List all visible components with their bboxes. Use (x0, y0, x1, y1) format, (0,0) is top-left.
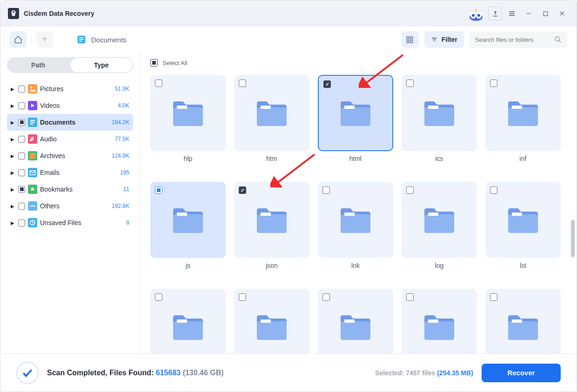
tree-checkbox[interactable] (18, 169, 25, 176)
expand-arrow-icon[interactable]: ▶ (11, 187, 15, 192)
sidebar-item-bookmarks[interactable]: ▶ Bookmarks 11 (7, 181, 133, 198)
recover-button[interactable]: Recover (482, 364, 561, 382)
tree-checkbox[interactable] (18, 119, 25, 126)
expand-arrow-icon[interactable]: ▶ (11, 153, 15, 159)
folder-r15[interactable]: r15 (485, 289, 561, 353)
folder-lst[interactable]: lst (485, 182, 561, 269)
folder-tile[interactable] (485, 289, 561, 353)
svg-rect-47 (261, 213, 271, 216)
folder-checkbox[interactable] (239, 80, 246, 87)
folder-checkbox[interactable] (490, 293, 497, 301)
sidebar-item-documents[interactable]: ▶ Documents 164.2K (7, 114, 133, 131)
folder-checkbox[interactable] (406, 80, 414, 87)
tree-checkbox[interactable] (18, 102, 25, 109)
select-all-checkbox[interactable] (150, 59, 158, 66)
filter-button[interactable]: Filter (424, 31, 464, 48)
svg-point-4 (477, 14, 480, 17)
tree-checkbox[interactable] (18, 153, 25, 159)
close-button[interactable] (555, 7, 569, 20)
folder-ics[interactable]: ics (402, 75, 477, 162)
share-button[interactable] (488, 7, 502, 20)
folder-checkbox[interactable] (490, 186, 497, 194)
tab-path[interactable]: Path (7, 57, 70, 73)
folder-tile[interactable] (318, 289, 393, 353)
minimize-button[interactable] (522, 7, 536, 20)
folder-checkbox[interactable] (323, 80, 331, 88)
menu-button[interactable] (505, 7, 519, 20)
folder-tile[interactable] (234, 182, 309, 258)
svg-rect-22 (28, 84, 37, 93)
search-box[interactable] (470, 31, 567, 48)
sidebar-item-videos[interactable]: ▶ Videos 4.0K (7, 97, 133, 114)
scrollbar[interactable] (571, 220, 575, 257)
folder-r14[interactable]: r14 (402, 289, 477, 353)
svg-rect-48 (344, 213, 355, 216)
sidebar-item-archives[interactable]: ▶ Archives 124.9K (7, 147, 133, 164)
folder-checkbox[interactable] (322, 186, 330, 194)
view-toggle-button[interactable] (401, 31, 419, 48)
breadcrumb: Documents (76, 34, 127, 45)
folder-tile[interactable] (485, 182, 561, 258)
tree-checkbox[interactable] (18, 86, 25, 93)
folder-tile[interactable] (234, 289, 309, 353)
folder-checkbox[interactable] (322, 293, 330, 301)
folder-tile[interactable] (402, 75, 477, 151)
folder-hlp[interactable]: hlp (150, 75, 226, 162)
folder-tile[interactable] (402, 289, 477, 353)
search-input[interactable] (475, 36, 554, 43)
tree-checkbox[interactable] (18, 186, 25, 193)
home-button[interactable] (10, 31, 27, 48)
expand-arrow-icon[interactable]: ▶ (11, 170, 15, 175)
folder-tile[interactable] (150, 289, 226, 353)
folder-checkbox[interactable] (155, 80, 162, 87)
folder-log[interactable]: log (402, 182, 477, 269)
folder-html[interactable]: html (318, 75, 393, 162)
folder-r11[interactable]: r11 (150, 289, 226, 353)
folder-lnk[interactable]: lnk (318, 182, 393, 269)
sidebar-segment: Path Type (7, 57, 133, 73)
folder-checkbox[interactable] (490, 80, 497, 87)
sidebar-item-pictures[interactable]: ▶ Pictures 51.9K (7, 80, 133, 97)
svg-point-36 (30, 206, 32, 207)
tree-checkbox[interactable] (18, 203, 25, 210)
filter-label: Filter (442, 36, 457, 43)
folder-tile[interactable] (318, 75, 393, 151)
folder-r13[interactable]: r13 (318, 289, 393, 353)
expand-arrow-icon[interactable]: ▶ (11, 137, 15, 142)
expand-arrow-icon[interactable]: ▶ (11, 86, 15, 92)
folder-r12[interactable]: r12 (234, 289, 309, 353)
sidebar-item-unsaved[interactable]: ▶ Unsaved Files 8 (7, 214, 133, 231)
folder-htm[interactable]: htm (234, 75, 309, 162)
folder-tile[interactable] (485, 75, 561, 151)
tree-checkbox[interactable] (18, 219, 25, 226)
tree-label: Emails (40, 169, 117, 176)
folder-tile[interactable] (150, 182, 226, 258)
folder-js[interactable]: js (150, 182, 226, 269)
folder-inf[interactable]: inf (485, 75, 561, 162)
folder-checkbox[interactable] (155, 186, 162, 194)
folder-checkbox[interactable] (239, 293, 246, 301)
folder-checkbox[interactable] (406, 186, 414, 194)
up-button[interactable] (36, 31, 53, 48)
svg-rect-41 (177, 106, 187, 109)
sidebar-item-emails[interactable]: ▶ Emails 195 (7, 164, 133, 181)
folder-tile[interactable] (318, 182, 393, 258)
folder-checkbox[interactable] (406, 293, 414, 301)
folder-json[interactable]: json (234, 182, 309, 269)
folder-checkbox[interactable] (239, 186, 246, 194)
folder-tile[interactable] (234, 75, 309, 151)
tab-type[interactable]: Type (70, 57, 134, 73)
expand-arrow-icon[interactable]: ▶ (11, 204, 15, 209)
sidebar-item-others[interactable]: ▶ Others 192.8K (7, 198, 133, 214)
maximize-button[interactable] (538, 7, 552, 20)
breadcrumb-label: Documents (91, 36, 127, 44)
expand-arrow-icon[interactable]: ▶ (11, 120, 15, 125)
folder-label: log (435, 262, 444, 269)
expand-arrow-icon[interactable]: ▶ (11, 220, 15, 226)
expand-arrow-icon[interactable]: ▶ (11, 103, 15, 108)
tree-checkbox[interactable] (18, 136, 25, 143)
folder-tile[interactable] (402, 182, 477, 258)
folder-checkbox[interactable] (155, 293, 162, 301)
sidebar-item-audio[interactable]: ▶ Audio 77.5K (7, 131, 133, 147)
folder-tile[interactable] (150, 75, 226, 151)
